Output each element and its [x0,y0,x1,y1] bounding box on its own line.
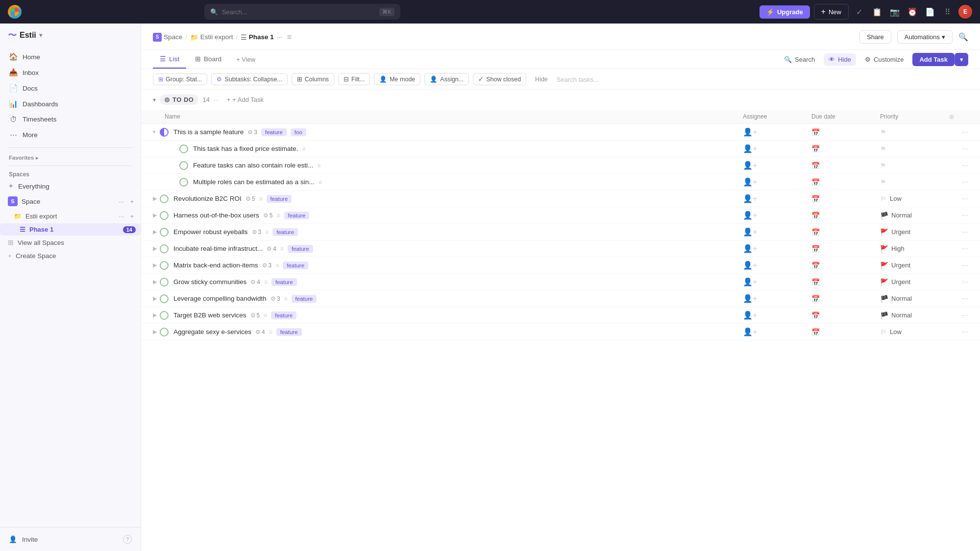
task-priority[interactable]: ⚑ [880,145,949,153]
favorites-section[interactable]: Favorites ▸ [0,151,141,163]
due-icon[interactable]: 📅 [811,228,820,236]
expand-icon[interactable]: ▶ [153,212,160,218]
expand-icon[interactable]: ▶ [153,262,160,268]
table-row[interactable]: ▶ Aggregate sexy e-services ⚙ 4 ≡ featur… [141,324,980,340]
expand-icon[interactable]: ▾ [153,129,160,135]
automations-button[interactable]: Automations ▾ [897,30,953,44]
task-assignee[interactable]: 👤+ [743,227,811,237]
expand-icon[interactable]: ▶ [153,295,160,302]
task-assignee[interactable]: 👤+ [743,211,811,220]
grid-icon[interactable]: ⠿ [941,5,955,19]
global-search[interactable]: 🔍 ⌘K [204,4,400,20]
task-priority[interactable]: 🏴 Normal [880,212,949,219]
sidebar-item-estii-export[interactable]: 📁 Estii export ··· + [0,209,141,223]
check-icon[interactable]: ✓ [853,5,866,19]
sidebar-item-inbox[interactable]: 📥 Inbox [4,65,137,80]
task-search-input[interactable] [557,75,704,83]
estii-export-more-icon[interactable]: ··· [117,212,126,221]
task-priority[interactable]: ⚑ [880,178,949,186]
task-checkbox[interactable] [160,244,169,253]
assignee-add-icon[interactable]: 👤+ [743,294,757,303]
table-row[interactable]: ▶ Leverage compelling bandwidth ⚙ 3 ≡ fe… [141,290,980,307]
tag-feature[interactable]: feature [276,328,302,336]
assignee-add-icon[interactable]: 👤+ [743,177,757,187]
task-priority[interactable]: 🚩 Urgent [880,228,949,236]
task-checkbox[interactable] [160,128,169,137]
sidebar-item-create-space[interactable]: + Create Space [0,249,141,263]
filter-assignees[interactable]: 👤 Assign... [424,73,469,85]
user-avatar[interactable]: E [958,5,972,19]
filter-show-closed[interactable]: ✓ Show closed [473,73,526,85]
task-more-icon[interactable]: ··· [962,294,968,303]
task-more-icon[interactable]: ··· [962,128,968,137]
sidebar-item-everything[interactable]: ✦ Everything [0,179,141,193]
assignee-add-icon[interactable]: 👤+ [743,211,757,220]
task-due[interactable]: 📅 [811,128,880,136]
sidebar-item-docs[interactable]: 📄 Docs [4,80,137,96]
task-due[interactable]: 📅 [811,195,880,203]
group-toggle-icon[interactable]: ▾ [153,96,156,103]
task-due[interactable]: 📅 [811,212,880,219]
table-row[interactable]: ▶ Grow sticky communities ⚙ 4 ≡ feature … [141,274,980,290]
document-icon[interactable]: 📋 [870,5,884,19]
task-due[interactable]: 📅 [811,311,880,319]
task-checkbox[interactable] [160,311,169,320]
table-row[interactable]: ▶ Target B2B web services ⚙ 5 ≡ feature … [141,307,980,324]
table-row[interactable]: ▾ This is a sample feature ⚙ 3 feature f… [141,124,980,141]
task-more-icon[interactable]: ··· [962,328,968,336]
filter-me-mode[interactable]: 👤 Me mode [374,73,420,85]
search-input[interactable] [222,8,376,16]
task-due[interactable]: 📅 [811,228,880,236]
expand-icon[interactable]: ▶ [153,195,160,202]
task-priority[interactable]: 🏳 Low [880,195,949,203]
task-due[interactable]: 📅 [811,295,880,303]
group-status-badge[interactable]: TO DO [160,95,198,105]
task-assignee[interactable]: 👤+ [743,244,811,253]
clock-icon[interactable]: ⏰ [906,5,919,19]
breadcrumb-search-icon[interactable]: 🔍 [958,32,968,42]
add-task-dropdown-button[interactable]: ▾ [955,53,968,66]
task-due[interactable]: 📅 [811,328,880,336]
task-checkbox[interactable] [179,161,188,170]
due-icon[interactable]: 📅 [811,162,820,169]
task-assignee[interactable]: 👤+ [743,277,811,287]
assignee-add-icon[interactable]: 👤+ [743,144,757,153]
task-checkbox[interactable] [160,328,169,336]
sidebar-item-space[interactable]: S Space ··· + [0,193,141,209]
tag-feature[interactable]: feature [284,212,310,219]
app-logo[interactable] [8,5,22,19]
file-icon[interactable]: 📄 [923,5,937,19]
task-checkbox[interactable] [160,228,169,237]
task-more-icon[interactable]: ··· [962,278,968,287]
assignee-add-icon[interactable]: 👤+ [743,127,757,137]
task-assignee[interactable]: 👤+ [743,161,811,170]
task-checkbox[interactable] [160,278,169,287]
task-checkbox[interactable] [160,294,169,303]
assignee-add-icon[interactable]: 👤+ [743,311,757,320]
tag-feature[interactable]: feature [261,128,287,136]
task-more-icon[interactable]: ··· [962,244,968,253]
task-assignee[interactable]: 👤+ [743,177,811,187]
sidebar-item-invite[interactable]: 👤 Invite ? [4,531,137,547]
tag-feature[interactable]: feature [267,195,292,203]
task-more-icon[interactable]: ··· [962,161,968,170]
due-icon[interactable]: 📅 [811,311,820,319]
breadcrumb-sort-icon[interactable]: ≡ [287,33,292,42]
due-icon[interactable]: 📅 [811,195,820,203]
task-due[interactable]: 📅 [811,262,880,269]
upgrade-button[interactable]: Upgrade [760,5,810,19]
task-checkbox[interactable] [160,261,169,270]
table-row[interactable]: ▶ Empower robust eyeballs ⚙ 3 ≡ feature … [141,224,980,240]
task-checkbox[interactable] [179,178,188,187]
table-row[interactable]: Feature tasks can also contain role esti… [141,157,980,174]
space-more-icon[interactable]: ··· [117,197,126,206]
task-more-icon[interactable]: ··· [962,261,968,270]
task-checkbox[interactable] [179,144,188,153]
task-assignee[interactable]: 👤+ [743,194,811,203]
table-row[interactable]: ▶ Harness out-of-the-box users ⚙ 5 ≡ fea… [141,207,980,224]
task-priority[interactable]: 🏳 Low [880,328,949,336]
toolbar-customize-button[interactable]: ⚙ Customize [860,53,908,66]
assignee-add-icon[interactable]: 👤+ [743,244,757,253]
task-more-icon[interactable]: ··· [962,311,968,320]
tag-feature[interactable]: feature [271,311,296,319]
